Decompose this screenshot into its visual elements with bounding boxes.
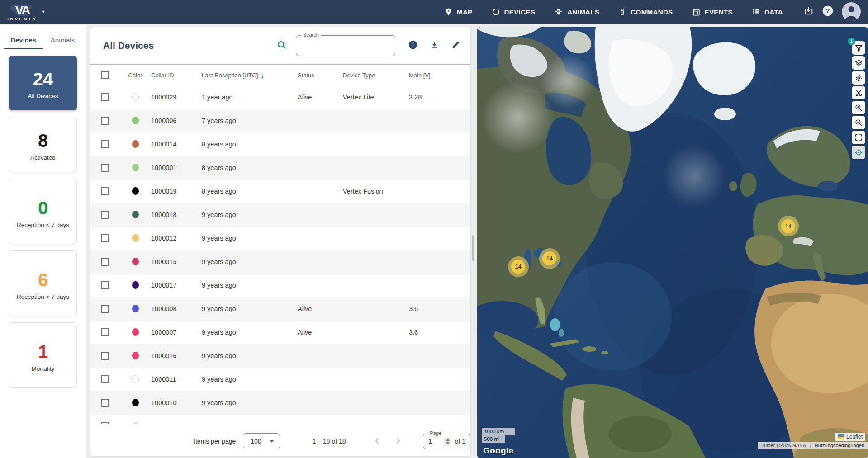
row-checkbox[interactable] — [101, 422, 109, 424]
col-status[interactable]: Status — [298, 72, 343, 79]
row-checkbox[interactable] — [101, 281, 109, 289]
row-checkbox[interactable] — [101, 187, 109, 195]
col-last-reception[interactable]: Last Reception [UTC]↓ — [202, 71, 298, 79]
person-icon — [842, 2, 861, 21]
user-avatar[interactable] — [842, 2, 861, 21]
cluster-marker[interactable]: 14 — [778, 216, 799, 236]
funnel-icon — [854, 44, 863, 52]
collar-id-cell: 1000001 — [151, 164, 202, 171]
satellite-imagery — [477, 27, 868, 458]
device-type-cell: Vertex Lite — [343, 94, 409, 101]
table-row[interactable]: 1000006 7 years ago — [90, 109, 470, 132]
row-checkbox[interactable] — [101, 258, 109, 266]
terms-link[interactable]: Nutzungsbedingungen — [815, 443, 864, 448]
collar-id-cell: 1000006 — [151, 117, 202, 124]
export-button[interactable] — [430, 40, 439, 52]
row-checkbox[interactable] — [101, 352, 109, 360]
brand-caret-icon[interactable]: ▼ — [41, 9, 46, 14]
row-checkbox[interactable] — [101, 117, 109, 125]
table-row[interactable]: 1000015 9 years ago — [90, 250, 470, 274]
list-icon — [752, 8, 760, 16]
col-device-type[interactable]: Device Type — [343, 72, 409, 79]
help-button[interactable]: ? — [822, 5, 834, 19]
table-row[interactable]: 1000016 9 years ago — [90, 344, 470, 368]
nav-events[interactable]: EVENTS — [692, 8, 733, 16]
device-type-cell: Vertex Fusion — [343, 188, 409, 195]
nav-animals[interactable]: ANIMALS — [554, 7, 599, 16]
select-all-checkbox[interactable] — [101, 71, 109, 79]
table-row[interactable]: 1000029 1 year ago Alive Vertex Lite 3.2… — [90, 85, 470, 109]
map-zoom-in-button[interactable] — [852, 101, 865, 114]
card-reception-lt7[interactable]: 0 Reception < 7 days — [9, 179, 77, 244]
next-page-button[interactable] — [393, 436, 403, 447]
table-row[interactable]: 1000010 9 years ago — [90, 391, 470, 415]
card-mortality[interactable]: 1 Mortality — [9, 322, 77, 388]
page-spinner[interactable] — [444, 437, 451, 446]
row-checkbox[interactable] — [101, 164, 109, 172]
nav-devices[interactable]: DEVICES — [492, 8, 536, 16]
color-dot — [132, 305, 139, 312]
table-row[interactable]: 1000019 8 years ago Vertex Fusion — [90, 179, 470, 203]
reception-lt7-count: 0 — [12, 198, 74, 218]
search-label: Search — [301, 32, 321, 38]
panel-scrollbar[interactable] — [472, 235, 474, 261]
table-row[interactable]: 1000008 9 years ago Alive 3.6 — [90, 297, 470, 321]
google-logo[interactable]: Google — [483, 446, 513, 456]
items-per-page-select[interactable]: 100 — [243, 433, 280, 449]
row-checkbox[interactable] — [101, 211, 109, 219]
map-zoom-out-button[interactable] — [852, 116, 865, 129]
col-collar-id[interactable]: Collar ID — [151, 72, 202, 79]
table-row[interactable]: 1000011 9 years ago — [90, 368, 470, 391]
collar-ring-icon — [492, 8, 500, 16]
map-panel[interactable]: 141414 1 1000 km 500 mi Google — [477, 27, 868, 458]
nav-commands[interactable]: COMMANDS — [618, 7, 673, 16]
info-button[interactable] — [408, 40, 418, 52]
row-checkbox[interactable] — [101, 234, 109, 242]
table-row[interactable]: 1000001 8 years ago — [90, 156, 470, 179]
search-input[interactable] — [296, 36, 395, 56]
row-checkbox[interactable] — [101, 93, 109, 101]
search-button[interactable] — [276, 40, 287, 52]
col-color[interactable]: Color — [119, 72, 151, 79]
table-row[interactable]: 1000018 9 years ago — [90, 203, 470, 227]
row-checkbox[interactable] — [101, 375, 109, 383]
leaflet-attribution[interactable]: Leaflet — [835, 433, 865, 441]
table-row[interactable]: 1000014 8 years ago — [90, 132, 470, 156]
tab-devices[interactable]: Devices — [4, 31, 43, 49]
page-title: All Devices — [103, 40, 154, 51]
row-checkbox[interactable] — [101, 305, 109, 313]
map-attribution: Bilder ©2026 NASA | Nutzungsbedingungen — [758, 442, 868, 449]
table-row[interactable]: 1000012 9 years ago — [90, 227, 470, 250]
card-activated[interactable]: 8 Activated — [9, 117, 77, 172]
row-checkbox[interactable] — [101, 328, 109, 336]
map-measure-button[interactable] — [852, 86, 865, 99]
page-label: Page — [428, 430, 444, 436]
cluster-marker[interactable]: 14 — [508, 256, 529, 277]
tab-animals[interactable]: Animals — [43, 31, 82, 49]
card-all-devices[interactable]: 24 All Devices — [9, 56, 77, 110]
page-input[interactable]: 1 — [429, 438, 441, 445]
edit-button[interactable] — [451, 40, 460, 52]
prev-page-button[interactable] — [372, 436, 382, 447]
cluster-marker[interactable]: 14 — [539, 248, 560, 269]
map-settings-button[interactable] — [852, 71, 865, 85]
map-fullscreen-button[interactable] — [852, 131, 865, 144]
card-reception-gt7[interactable]: 6 Reception > 7 days — [9, 250, 77, 316]
table-row[interactable]: 1000017 9 years ago — [90, 274, 470, 297]
row-checkbox[interactable] — [101, 399, 109, 407]
table-row[interactable] — [90, 415, 470, 424]
nav-map[interactable]: MAP — [444, 8, 473, 16]
page-of-label: of 1 — [455, 438, 465, 445]
row-checkbox[interactable] — [101, 140, 109, 148]
filter-count-badge: 1 — [848, 38, 855, 45]
inventa-logo[interactable]: VA INVENTA ▼ — [8, 3, 46, 21]
nav-data[interactable]: DATA — [752, 8, 783, 16]
page-box: Page 1 of 1 — [423, 434, 470, 449]
map-layers-button[interactable] — [852, 56, 865, 70]
table-row[interactable]: 1000007 9 years ago Alive 3.6 — [90, 321, 470, 344]
map-filter-button[interactable]: 1 — [852, 41, 865, 55]
col-main-v[interactable]: Main [V] — [409, 72, 470, 79]
install-app-button[interactable] — [804, 6, 814, 18]
map-locate-button[interactable] — [852, 146, 865, 159]
color-dot — [132, 93, 139, 101]
